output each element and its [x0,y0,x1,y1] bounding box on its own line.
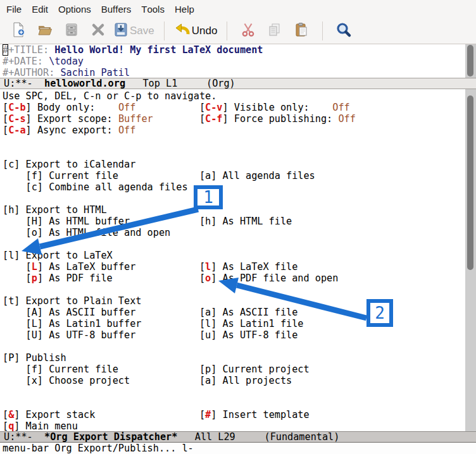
undo-button-label: Undo [192,25,218,37]
copy-icon [267,22,282,40]
toolbar-separator [322,21,323,40]
buffer-line: U:**- helloworld.org Top L1 (Org) [0,79,476,89]
buffer-line [0,284,476,295]
toolbar-separator [227,21,227,40]
buffer-line: [f] Current file [a] All agenda files [0,170,476,181]
menu-options[interactable]: Options [53,1,96,17]
buffer-line: [P] Publish [0,352,476,364]
menu-edit[interactable]: Edit [27,1,53,17]
buffer-line [0,398,476,409]
new-file-button[interactable] [5,20,32,42]
buffer-line: [H] As HTML buffer [h] As HTML file [0,216,476,227]
buffer-line: [p] As PDF file [o] As PDF file and open [0,273,476,284]
menu-help[interactable]: Help [170,1,199,17]
buffer-line: [U] As UTF-8 buffer [u] As UTF-8 file [0,329,476,341]
save-icon [113,22,128,40]
buffer-line: [&] Export stack [#] Insert template [0,409,476,420]
tool-bar: Save Undo [0,18,476,44]
buffer-line: #+DATE: \today [0,56,476,67]
open-file-button[interactable] [32,20,58,42]
mode-line-helloworld: U:**- helloworld.org Top L1 (Org) [0,78,476,89]
scrollbar-thumb-top[interactable] [467,45,473,77]
buffer-line: [L] As Latin1 buffer [l] As Latin1 file [0,318,476,329]
save-button[interactable]: Save [111,20,156,42]
toolbar-separator [164,21,165,40]
save-button-label: Save [130,25,154,37]
buffer-line: [A] As ASCII buffer [a] As ASCII file [0,307,476,318]
buffer-line [0,193,476,204]
cut-icon [241,22,256,40]
emacs-window: File Edit Options Buffers Tools Help Sav… [0,0,476,454]
buffer-line [0,136,476,147]
buffer-line: [c] Export to iCalendar [0,159,476,170]
dired-button[interactable] [58,20,85,42]
buffer-line: [C-a] Async export: Off [0,125,476,136]
org-export-dispatcher-buffer[interactable]: Use SPC, DEL, C-n or C-p to navigate.[C-… [0,89,476,431]
copy-button[interactable] [261,20,288,42]
buffer-line: [l] Export to LaTeX [0,250,476,261]
buffer-line [0,238,476,250]
buffer-line: [c] Combine all agenda files [0,181,476,193]
buffer-line: #+TITLE: Hello World! My first LaTeX doc… [0,44,476,56]
buffer-line: [t] Export to Plain Text [0,295,476,307]
buffer-line: [h] Export to HTML [0,204,476,216]
new-file-icon [11,22,25,40]
buffer-line: [q] Main menu [0,420,476,431]
buffer-line: [L] As LaTeX buffer [l] As LaTeX file [0,261,476,273]
buffer-line: #+AUTHOR: Sachin Patil [0,67,476,78]
scrollbar-track-top[interactable] [465,44,476,78]
buffer-line: [f] Current file [p] Current project [0,364,476,375]
undo-icon [174,23,191,39]
search-button[interactable] [330,20,357,42]
cut-button[interactable] [235,20,261,42]
paste-icon [294,22,309,40]
buffer-line: [o] As HTML file and open [0,227,476,238]
echo-area: menu-bar Org Export/Publish... l- [0,443,476,454]
mode-line-dispatcher: U:**- *Org Export Dispatcher* All L29 (F… [0,431,476,443]
buffer-line: U:**- *Org Export Dispatcher* All L29 (F… [0,433,476,443]
buffer-line [0,147,476,159]
file-cabinet-icon [65,22,78,40]
buffer-line [0,341,476,352]
annotation-step-1: 1 [194,185,223,209]
open-folder-icon [37,22,53,40]
menu-file[interactable]: File [1,1,27,17]
buffer-line [0,386,476,398]
close-buffer-icon [91,23,105,39]
scrollbar-track-bottom[interactable] [465,89,476,431]
paste-button[interactable] [288,20,315,42]
menu-buffers[interactable]: Buffers [96,1,137,17]
buffer-line: [x] Choose project [a] All projects [0,375,476,386]
menu-tools[interactable]: Tools [136,1,170,17]
annotation-step-2: 2 [366,299,393,327]
search-icon [335,21,352,40]
buffer-line: [C-b] Body only: Off [C-v] Visible only:… [0,102,476,113]
scrollbar-thumb-bottom[interactable] [467,95,473,270]
menu-bar: File Edit Options Buffers Tools Help [0,0,476,18]
buffer-line: Use SPC, DEL, C-n or C-p to navigate. [0,90,476,102]
undo-button[interactable]: Undo [172,20,220,42]
close-buffer-button[interactable] [85,20,111,42]
buffer-line: [C-s] Export scope: Buffer [C-f] Force p… [0,113,476,125]
org-source-buffer[interactable]: #+TITLE: Hello World! My first LaTeX doc… [0,44,476,78]
